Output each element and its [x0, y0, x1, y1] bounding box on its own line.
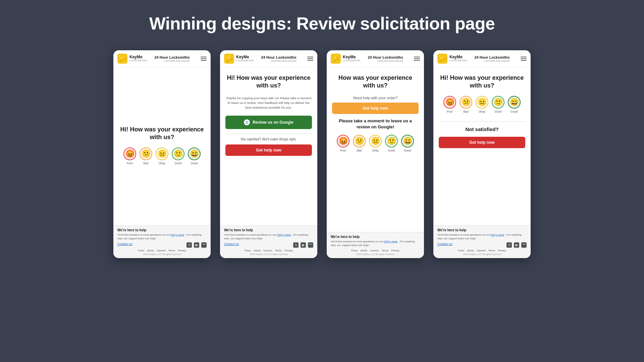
mockup-1: 🔑 KeyMe LOCKSMITHS 24 Hour Locksmiths Li… [113, 50, 211, 258]
instagram-icon-4[interactable]: 📷 [521, 242, 527, 248]
phone-footer-3: We're here to help You'll find answers t… [327, 232, 424, 258]
footer-help-text-3: You'll find answers to most questions on… [331, 240, 420, 247]
emoji-okay-3[interactable]: 😐 [369, 135, 382, 147]
footer-contact-4[interactable]: Contact Us [437, 242, 452, 246]
rating-row-4: 😡 Poor 😕 Bad 😐 Okay 🙂 Good 😄 Grea [439, 96, 525, 113]
emoji-poor-4[interactable]: 😡 [443, 96, 456, 109]
emoji-great-3[interactable]: 😄 [401, 135, 414, 147]
youtube-icon-2[interactable]: ▶ [301, 242, 306, 248]
label-good-1: Good [175, 162, 182, 165]
phone-body-1: Hi! How was your experience with us? 😡 P… [113, 67, 211, 225]
logo-sub-2: LOCKSMITHS [236, 59, 254, 62]
emoji-bad-3[interactable]: 😕 [353, 135, 366, 147]
need-help-label-3: Need help with your order? [332, 96, 419, 100]
footer-faq-3[interactable]: FAQ's page [384, 240, 398, 243]
instagram-icon-2[interactable]: 📷 [308, 242, 313, 248]
footer-links-2: Press Article Careers Terms Privacy [224, 249, 313, 252]
rating-poor-1[interactable]: 😡 Poor [123, 147, 136, 165]
instagram-icon-1[interactable]: 📷 [201, 242, 207, 248]
header-title-2: 24 Hour Locksmiths [261, 55, 296, 59]
rating-row-3: 😡 Poor 😕 Bad 😐 Okay 🙂 Good 😄 Grea [332, 135, 419, 152]
twitter-icon-2[interactable]: 𝕏 [293, 242, 299, 248]
rating-poor-3[interactable]: 😡 Poor [337, 135, 350, 152]
hamburger-menu-3[interactable] [414, 57, 420, 61]
footer-faq-2[interactable]: FAQ's page [277, 233, 291, 236]
footer-help-title-4: We're here to help [437, 228, 527, 232]
phone-footer-4: We're here to help You'll find answers t… [433, 225, 531, 258]
mockups-container: 🔑 KeyMe LOCKSMITHS 24 Hour Locksmiths Li… [93, 50, 551, 258]
label-good-3: Good [388, 149, 395, 152]
label-bad-3: Bad [357, 149, 362, 152]
emoji-good-3[interactable]: 🙂 [385, 135, 398, 147]
youtube-icon-4[interactable]: ▶ [514, 242, 519, 248]
youtube-icon-1[interactable]: ▶ [194, 242, 199, 248]
header-title-4: 24 Hour Locksmiths [474, 55, 509, 59]
footer-contact-1[interactable]: Contact Us [117, 242, 132, 246]
review-google-button-2[interactable]: G Review us on Google [225, 116, 312, 129]
rating-good-1[interactable]: 🙂 Good [172, 147, 184, 165]
logo-icon-3: 🔑 [331, 54, 341, 64]
divider-2 [225, 134, 312, 134]
emoji-good-4[interactable]: 🙂 [492, 96, 504, 109]
twitter-icon-4[interactable]: 𝕏 [506, 242, 512, 248]
main-question-2: Hi! How was your experience with us? [225, 74, 312, 90]
rating-okay-3[interactable]: 😐 Okay [369, 135, 382, 152]
twitter-icon-1[interactable]: 𝕏 [186, 242, 192, 248]
footer-social-1: 𝕏 ▶ 📷 [186, 242, 207, 248]
not-satisfied-2: Not satisfied? We'll make things right. [225, 137, 312, 141]
footer-copyright-4: 2024 KeyMe, LLC All rights reserved [437, 253, 527, 255]
footer-copyright-3: 2024 KeyMe, LLC All rights reserved [331, 253, 420, 255]
logo-area-4: 🔑 KeyMe LOCKSMITHS [437, 54, 467, 64]
rating-good-4[interactable]: 🙂 Good [492, 96, 504, 113]
logo-icon-1: 🔑 [117, 54, 127, 64]
emoji-great-1[interactable]: 😄 [188, 147, 201, 160]
emoji-poor-3[interactable]: 😡 [337, 135, 350, 147]
emoji-okay-1[interactable]: 😐 [156, 147, 168, 160]
rating-poor-4[interactable]: 😡 Poor [443, 96, 456, 113]
hamburger-menu-1[interactable] [201, 57, 207, 61]
hamburger-menu-2[interactable] [307, 57, 313, 61]
mockup-4: 🔑 KeyMe LOCKSMITHS 24 Hour Locksmiths Li… [433, 50, 531, 258]
emoji-poor-1[interactable]: 😡 [123, 147, 136, 160]
logo-area-1: 🔑 KeyMe LOCKSMITHS [117, 54, 147, 64]
label-good-4: Good [495, 110, 502, 113]
rating-good-3[interactable]: 🙂 Good [385, 135, 398, 152]
get-help-button-3[interactable]: Get help now [332, 103, 419, 114]
mockup-3: 🔑 KeyMe LOCKSMITHS 24 Hour Locksmiths Li… [327, 50, 424, 258]
header-title-3: 24 Hour Locksmiths [368, 55, 403, 59]
emoji-okay-4[interactable]: 😐 [476, 96, 488, 109]
divider-4 [439, 121, 525, 122]
emoji-bad-1[interactable]: 😕 [140, 147, 152, 160]
rating-okay-1[interactable]: 😐 Okay [156, 147, 168, 165]
footer-faq-1[interactable]: FAQ's page [170, 233, 184, 236]
rating-great-4[interactable]: 😄 Great [508, 96, 521, 113]
logo-text-3: KeyMe LOCKSMITHS [343, 55, 360, 62]
footer-help-title-3: We're here to help [331, 235, 420, 239]
rating-great-1[interactable]: 😄 Great [188, 147, 201, 165]
get-help-button-4[interactable]: Get help now [439, 137, 525, 148]
emoji-good-1[interactable]: 🙂 [172, 147, 184, 160]
hamburger-menu-4[interactable] [521, 57, 527, 61]
footer-faq-4[interactable]: FAQ's page [490, 233, 504, 236]
phone-body-2: Hi! How was your experience with us? Tha… [220, 67, 317, 225]
label-great-1: Great [191, 162, 198, 165]
sub-text-2: Thanks for copying your keys with us! Pl… [225, 96, 312, 110]
label-poor-1: Poor [127, 162, 133, 165]
logo-sub-3: LOCKSMITHS [343, 59, 360, 62]
rating-bad-3[interactable]: 😕 Bad [353, 135, 366, 152]
header-right-3: 24 Hour Locksmiths Licensed and Insured [368, 55, 403, 62]
footer-contact-2[interactable]: Contact Us [224, 242, 239, 246]
logo-sub-4: LOCKSMITHS [449, 59, 467, 62]
rating-bad-1[interactable]: 😕 Bad [140, 147, 152, 165]
label-bad-1: Bad [143, 162, 148, 165]
emoji-bad-4[interactable]: 😕 [460, 96, 472, 109]
label-poor-3: Poor [340, 149, 346, 152]
get-help-button-2[interactable]: Get help now [225, 144, 312, 156]
rating-bad-4[interactable]: 😕 Bad [460, 96, 472, 113]
logo-area-2: 🔑 KeyMe LOCKSMITHS [224, 54, 254, 64]
logo-text-1: KeyMe LOCKSMITHS [129, 55, 147, 62]
emoji-great-4[interactable]: 😄 [508, 96, 521, 109]
rating-okay-4[interactable]: 😐 Okay [476, 96, 488, 113]
rating-great-3[interactable]: 😄 Great [401, 135, 414, 152]
label-okay-3: Okay [372, 149, 379, 152]
